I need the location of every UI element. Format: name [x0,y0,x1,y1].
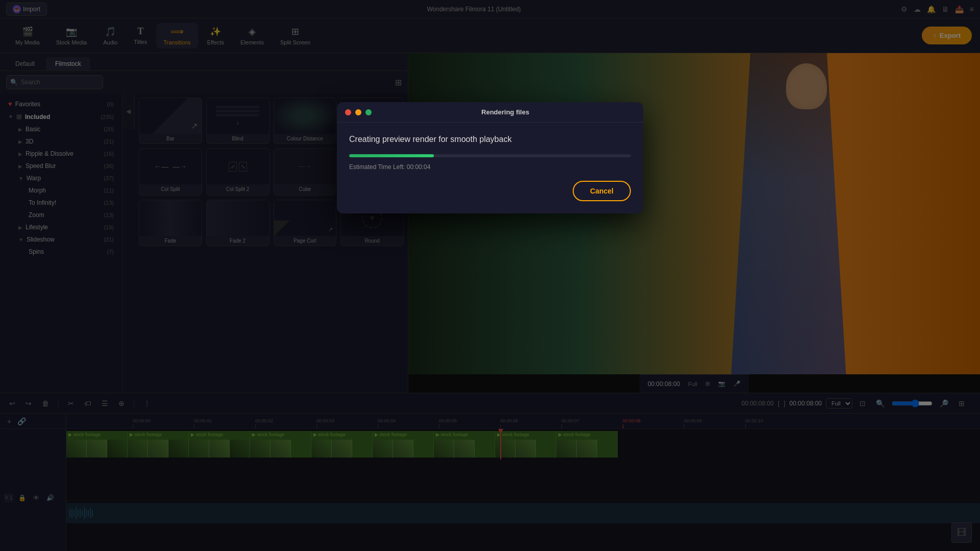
rendering-modal: Rendering files Creating preview render … [337,102,643,213]
modal-title: Rendering files [376,108,635,116]
progress-track [349,154,631,157]
modal-dot-yellow[interactable] [355,109,361,115]
modal-dot-green[interactable] [365,109,372,115]
modal-actions: Cancel [349,181,631,201]
progress-fill [349,154,434,157]
modal-overlay: Rendering files Creating preview render … [0,0,980,551]
cancel-button[interactable]: Cancel [573,181,631,201]
eta-text: Estimated Time Left: 00:00:04 [349,163,631,171]
modal-dot-red[interactable] [345,109,351,115]
modal-title-bar: Rendering files [337,102,643,123]
modal-message: Creating preview render for smooth playb… [349,135,631,144]
modal-body: Creating preview render for smooth playb… [337,123,643,213]
